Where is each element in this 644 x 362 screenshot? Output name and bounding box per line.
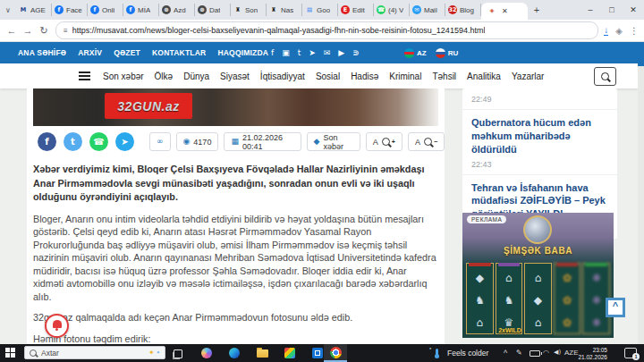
browser-tab[interactable]: 32 Blog [445, 4, 481, 16]
reload-button[interactable]: ↻ [36, 25, 52, 37]
mail-app-icon[interactable] [312, 348, 323, 358]
subscribe-bell-button[interactable] [45, 314, 69, 338]
page-scrollbar[interactable] [638, 42, 644, 344]
menu-item[interactable]: Son xəbər [103, 72, 144, 81]
back-button[interactable]: ← [4, 25, 20, 36]
social-icon[interactable]: ⋑ [352, 49, 360, 57]
scroll-to-top-button[interactable]: ^ [606, 298, 625, 317]
browser-tab[interactable]: ♜ Nas [267, 4, 302, 16]
views-pill: ◉ 4170 [176, 132, 219, 151]
weather-text[interactable]: Feels colder [447, 349, 488, 358]
copy-link-pill[interactable]: ∞ [149, 132, 171, 151]
close-button[interactable]: ✕ [623, 0, 644, 20]
site-settings-icon[interactable]: ≡ [64, 27, 68, 35]
browser-tab[interactable]: E Edit [338, 4, 374, 16]
social-icon[interactable]: ✉ [324, 49, 331, 57]
menu-item[interactable]: Sosial [316, 72, 340, 81]
lang-ru[interactable]: RU [436, 48, 459, 58]
font-letter: A [373, 138, 378, 147]
news-item[interactable]: 22:49 [462, 88, 617, 110]
social-icon[interactable]: ▣ [282, 49, 290, 57]
search-button[interactable] [594, 67, 616, 86]
browser-tab[interactable]: ✉ Mail [410, 4, 445, 16]
browser-tab[interactable]: M AGE [16, 4, 52, 16]
notification-button[interactable]: 1 [624, 348, 637, 358]
taskbar-search[interactable]: Axtar ✦ ✦ [24, 346, 165, 359]
tray-pen-icon[interactable]: ✎ [516, 349, 522, 358]
article-hero-image[interactable]: 32GUN.az [33, 88, 438, 126]
ad-title: ŞİMŞƏK BABA [462, 246, 614, 256]
sparkle-icon: ✦ [157, 350, 160, 355]
wifi-icon[interactable]: ◠ [543, 349, 549, 358]
url-text[interactable]: https://musavat.com/news/bloger-celsi-ba… [72, 26, 486, 35]
lang-az[interactable]: AZ [404, 48, 427, 58]
news-item[interactable]: Qubernatora hücum edən məhkum müharibədə… [462, 110, 617, 175]
tab-favicon: f [90, 5, 99, 14]
social-icon[interactable]: t [298, 49, 301, 57]
menu-item[interactable]: Dünya [183, 72, 209, 81]
menu-item[interactable]: Siyasət [220, 72, 250, 81]
font-decrease-pill[interactable]: A − [408, 132, 445, 151]
menu-item[interactable]: Yazarlar [512, 72, 545, 81]
photos-app-icon[interactable] [284, 348, 295, 358]
share-button[interactable]: ➤ [115, 132, 134, 151]
extension-icon[interactable]: ◈ [615, 26, 623, 36]
browser-tab[interactable]: ☎ (4) V [374, 4, 410, 16]
browser-tab[interactable]: ⊕ Dat [195, 4, 231, 16]
share-button[interactable]: f [38, 132, 56, 151]
share-button[interactable]: ☎ [89, 132, 108, 151]
ad-banner[interactable]: РЕКЛАМА ŞİMŞƏK BABA ◆ ♞ ⌂ ⌂ ♞ ♛ [462, 213, 614, 338]
active-browser-tab[interactable]: ◈ ✕ [481, 3, 528, 20]
menu-item[interactable]: Kriminal [389, 72, 421, 81]
browser-menu-icon[interactable]: ⋮ [630, 26, 639, 36]
maximize-button[interactable]: □ [601, 0, 623, 20]
start-button[interactable] [5, 348, 15, 358]
tag-pill[interactable]: ◆ Son xəbər [307, 132, 360, 151]
nav-link[interactable]: QƏZET [114, 48, 140, 57]
menu-item[interactable]: Təhsil [432, 72, 456, 81]
reel-symbol: ♞ [475, 295, 485, 306]
chrome-app-active[interactable] [324, 344, 347, 362]
menu-item[interactable]: Ölkə [155, 72, 174, 81]
browser-tab[interactable]: f MİA [123, 4, 159, 16]
nav-link[interactable]: HAQQIMIZDA [217, 48, 268, 57]
social-icon[interactable]: f [271, 49, 274, 57]
menu-item[interactable]: Analitika [467, 72, 501, 81]
nav-link[interactable]: KONTAKTLAR [152, 48, 206, 57]
browser-tab[interactable]: f Face [52, 4, 88, 16]
edge-app-icon[interactable] [229, 348, 240, 358]
task-view-button[interactable] [174, 349, 182, 358]
share-button[interactable]: t [64, 132, 82, 151]
new-tab-button[interactable]: + [528, 4, 546, 15]
tab-title: Face [66, 6, 82, 14]
font-increase-pill[interactable]: A + [366, 132, 402, 151]
nav-link[interactable]: ANA SƏHİFƏ [18, 48, 66, 57]
social-icon[interactable]: ▶ [338, 49, 344, 57]
copilot-app-icon[interactable] [201, 348, 212, 358]
hamburger-icon[interactable] [79, 72, 90, 82]
browser-tab[interactable]: ⊕ Azd [159, 4, 195, 16]
tab-title: Mail [424, 6, 437, 14]
news-item-title[interactable]: Qubernatora hücum edən məhkum müharibədə… [471, 116, 608, 156]
tab-close-icon[interactable]: ✕ [502, 7, 508, 15]
file-explorer-icon[interactable] [257, 349, 268, 358]
menu-item[interactable]: Hadisə [351, 72, 378, 81]
menu-item[interactable]: İqtisadiyyat [260, 72, 305, 81]
browser-tab[interactable]: f Onli [88, 4, 123, 16]
scrollbar-thumb[interactable] [638, 42, 644, 66]
nav-link[interactable]: ARXİV [78, 48, 102, 57]
tray-chevron[interactable]: ^ [504, 349, 507, 358]
clock[interactable]: 23:05 21.02.2026 [577, 347, 607, 360]
tab-search-caret[interactable]: ∨ [0, 6, 16, 14]
forward-button[interactable]: → [20, 25, 36, 36]
battery-icon[interactable] [530, 350, 540, 357]
volume-icon[interactable]: ◀) [554, 349, 561, 356]
url-bar[interactable]: ≡ https://musavat.com/news/bloger-celsi-… [55, 21, 598, 39]
social-icon[interactable]: ➤ [309, 49, 316, 57]
reel-symbol: ✿ [563, 317, 572, 328]
minimize-button[interactable]: – [580, 0, 601, 20]
browser-tab[interactable]: ▤ Goo [302, 4, 338, 16]
browser-tab[interactable]: ♜ Son [231, 4, 267, 16]
tab-favicon: ✉ [412, 5, 421, 14]
download-icon[interactable]: ↓ [604, 26, 608, 36]
